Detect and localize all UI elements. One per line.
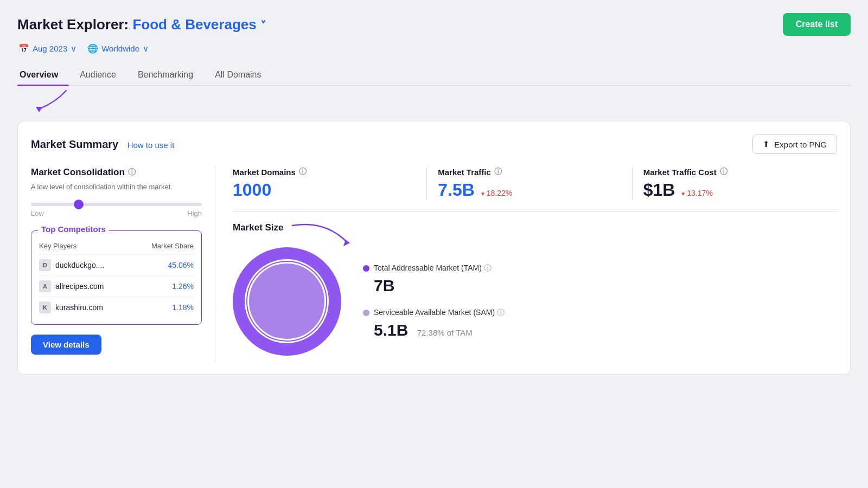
metric-traffic-cost-value: $1B xyxy=(643,180,675,200)
consolidation-description: A low level of consolidation within the … xyxy=(31,182,202,192)
tam-value: 7B xyxy=(374,277,505,295)
market-share-cell: 1.26% xyxy=(133,276,194,297)
metric-traffic-label: Market Traffic ⓘ xyxy=(438,167,621,177)
calendar-icon: 📅 xyxy=(18,43,29,54)
date-filter-label: Aug 2023 xyxy=(33,44,67,53)
metric-traffic-cost-change: 13.17% xyxy=(680,189,712,197)
domain-cell: A allrecipes.com xyxy=(39,276,133,297)
top-competitors-box: Top Competitors Key Players Market Share… xyxy=(31,230,202,325)
create-list-button[interactable]: Create list xyxy=(783,13,851,36)
slider-low-label: Low xyxy=(31,209,44,217)
domain-cell: K kurashiru.com xyxy=(39,297,133,318)
market-summary-card: Market Summary How to use it ⬆ Export to… xyxy=(17,121,851,375)
sam-percent: 72.38% of TAM xyxy=(417,328,473,337)
tam-info-icon[interactable]: ⓘ xyxy=(484,264,492,272)
svg-marker-0 xyxy=(36,107,42,112)
metric-traffic: Market Traffic ⓘ 7.5B 18.22% xyxy=(438,167,632,200)
export-icon: ⬆ xyxy=(763,139,770,149)
market-share-cell: 1.18% xyxy=(133,297,194,318)
card-header-left: Market Summary How to use it xyxy=(31,138,174,151)
col-players-header: Key Players xyxy=(39,240,133,255)
consolidation-slider[interactable]: Low High xyxy=(31,203,202,217)
right-panel: Market Domains ⓘ 1000 Market Traffic ⓘ 7… xyxy=(215,167,837,361)
card-header: Market Summary How to use it ⬆ Export to… xyxy=(31,134,837,154)
left-panel: Market Consolidation ⓘ A low level of co… xyxy=(31,167,215,361)
slider-high-label: High xyxy=(187,209,202,217)
export-label: Export to PNG xyxy=(774,140,827,149)
title-highlight: Food & Beverages xyxy=(132,16,256,33)
market-legend: Total Addressable Market (TAM) ⓘ 7B Serv… xyxy=(363,264,505,339)
sam-dot xyxy=(363,310,369,316)
title-chevron-icon[interactable]: ˅ xyxy=(260,20,266,31)
metric-traffic-change: 18.22% xyxy=(480,189,512,197)
table-row: K kurashiru.com 1.18% xyxy=(39,297,194,318)
tab-overview[interactable]: Overview xyxy=(17,65,69,85)
metric-domains-value: 1000 xyxy=(233,180,416,200)
tab-audience[interactable]: Audience xyxy=(78,65,127,85)
header: Market Explorer: Food & Beverages ˅ Crea… xyxy=(17,13,851,36)
slider-labels: Low High xyxy=(31,209,202,217)
globe-icon: 🌐 xyxy=(87,43,98,54)
tab-benchmarking[interactable]: Benchmarking xyxy=(136,65,204,85)
sam-bubble xyxy=(247,262,326,341)
card-body: Market Consolidation ⓘ A low level of co… xyxy=(31,167,837,361)
domain-name: allrecipes.com xyxy=(55,282,104,291)
card-title: Market Summary xyxy=(31,138,118,150)
tam-legend-item: Total Addressable Market (TAM) ⓘ 7B xyxy=(363,264,505,295)
domain-name: duckduckgo.... xyxy=(55,261,104,269)
slider-track xyxy=(31,203,202,206)
location-filter-button[interactable]: 🌐 Worldwide ∨ xyxy=(86,41,150,56)
metric-traffic-info-icon[interactable]: ⓘ xyxy=(494,167,502,177)
domain-cell: D duckduckgo.... xyxy=(39,255,133,276)
location-filter-label: Worldwide xyxy=(101,44,139,53)
location-chevron-icon: ∨ xyxy=(143,44,149,54)
sam-dot-row: Serviceable Available Market (SAM) ⓘ xyxy=(363,308,505,318)
sam-info-icon[interactable]: ⓘ xyxy=(497,308,505,317)
domain-name: kurashiru.com xyxy=(55,303,103,312)
domain-icon: D xyxy=(39,259,51,271)
slider-thumb[interactable] xyxy=(74,200,84,209)
metrics-row: Market Domains ⓘ 1000 Market Traffic ⓘ 7… xyxy=(233,167,837,211)
metric-domains: Market Domains ⓘ 1000 xyxy=(233,167,427,200)
metric-traffic-value: 7.5B xyxy=(438,180,475,200)
metric-traffic-cost-info-icon[interactable]: ⓘ xyxy=(720,167,727,177)
domain-icon: K xyxy=(39,301,51,313)
export-button[interactable]: ⬆ Export to PNG xyxy=(752,134,837,154)
how-to-use-link[interactable]: How to use it xyxy=(127,140,175,150)
top-competitors-label: Top Competitors xyxy=(38,224,109,234)
sam-label: Serviceable Available Market (SAM) ⓘ xyxy=(374,308,505,318)
metric-traffic-cost: Market Traffic Cost ⓘ $1B 13.17% xyxy=(643,167,837,200)
metric-traffic-cost-label: Market Traffic Cost ⓘ xyxy=(643,167,826,177)
col-share-header: Market Share xyxy=(133,240,194,255)
sam-value: 5.1B 72.38% of TAM xyxy=(374,321,505,339)
market-size-bubble-chart xyxy=(233,242,341,361)
view-details-button[interactable]: View details xyxy=(31,335,101,355)
tam-dot-row: Total Addressable Market (TAM) ⓘ xyxy=(363,264,505,273)
consolidation-info-icon[interactable]: ⓘ xyxy=(128,168,136,177)
market-share-cell: 45.06% xyxy=(133,255,194,276)
tam-dot xyxy=(363,265,369,272)
market-size-content: Total Addressable Market (TAM) ⓘ 7B Serv… xyxy=(233,242,837,361)
page-title: Market Explorer: Food & Beverages ˅ xyxy=(17,16,266,33)
filters-row: 📅 Aug 2023 ∨ 🌐 Worldwide ∨ xyxy=(17,41,851,56)
tab-annotation xyxy=(17,86,851,112)
table-row: D duckduckgo.... 45.06% xyxy=(39,255,194,276)
table-row: A allrecipes.com 1.26% xyxy=(39,276,194,297)
market-size-title: Market Size xyxy=(233,222,284,233)
sam-legend-item: Serviceable Available Market (SAM) ⓘ 5.1… xyxy=(363,308,505,339)
tam-label: Total Addressable Market (TAM) ⓘ xyxy=(374,264,492,273)
market-size-section: Market Size xyxy=(233,222,837,361)
metric-domains-info-icon[interactable]: ⓘ xyxy=(299,167,307,177)
tab-all-domains[interactable]: All Domains xyxy=(213,65,272,85)
title-static: Market Explorer: xyxy=(17,16,129,33)
domain-icon: A xyxy=(39,280,51,292)
date-chevron-icon: ∨ xyxy=(71,44,76,54)
metric-domains-label: Market Domains ⓘ xyxy=(233,167,416,177)
tabs-row: Overview Audience Benchmarking All Domai… xyxy=(17,65,851,86)
competitors-table: Key Players Market Share D duckduckgo...… xyxy=(39,240,194,318)
consolidation-title: Market Consolidation ⓘ xyxy=(31,167,202,178)
date-filter-button[interactable]: 📅 Aug 2023 ∨ xyxy=(17,41,78,56)
